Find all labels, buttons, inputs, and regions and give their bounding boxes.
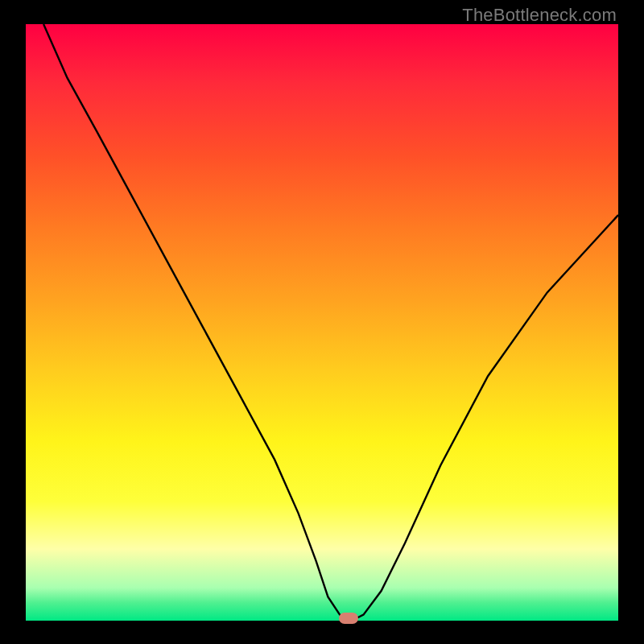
plot-area [26, 24, 618, 621]
watermark-text: TheBottleneck.com [462, 5, 617, 26]
bottleneck-curve [26, 24, 618, 621]
optimal-point-marker [339, 613, 358, 624]
